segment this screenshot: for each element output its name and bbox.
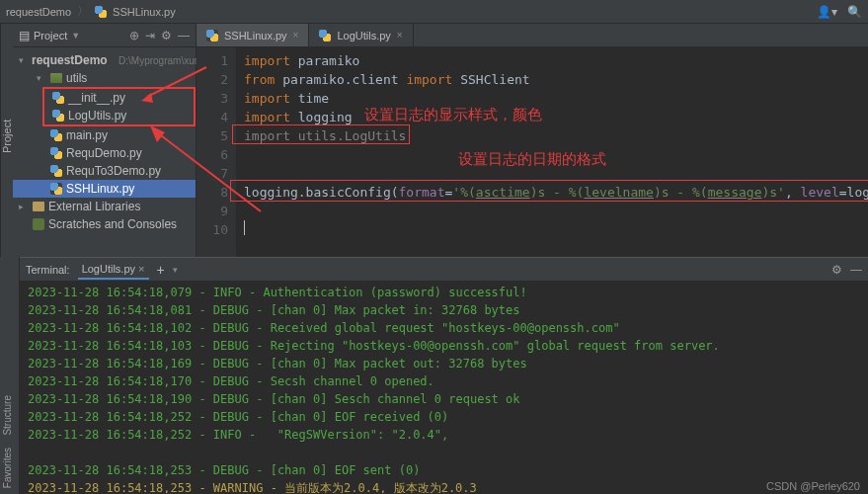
- project-sidebar: ▤ Project ▼ ⊕ ⇥ ⚙ — ▾requestDemo D:\Mypr…: [13, 24, 197, 257]
- terminal-line: 2023-11-28 16:54:18,190 - DEBUG - [chan …: [28, 390, 860, 408]
- settings-icon[interactable]: ⚙: [161, 29, 172, 42]
- structure-tool-tab[interactable]: Structure: [0, 389, 19, 442]
- terminal-line: 2023-11-28 16:54:18,169 - DEBUG - [chan …: [28, 355, 860, 372]
- terminal-tab-logutils[interactable]: LogUtils.py ×: [78, 260, 149, 280]
- code-area[interactable]: 12345678910 import paramiko from paramik…: [197, 47, 868, 257]
- breadcrumb-file[interactable]: SSHLinux.py: [113, 6, 176, 18]
- breadcrumb-sep: 〉: [77, 3, 89, 20]
- gutter: 12345678910: [197, 47, 236, 257]
- terminal-line: 2023-11-28 16:54:18,103 - DEBUG - Reject…: [28, 337, 860, 355]
- terminal-line: 2023-11-28 16:54:18,253 - DEBUG - [chan …: [28, 461, 860, 479]
- close-icon[interactable]: ×: [138, 263, 144, 275]
- terminal-line: 2023-11-28 16:54:18,253 - WARNING - 当前版本…: [28, 479, 860, 493]
- tree-root[interactable]: ▾requestDemo D:\Myprogram\xunj: [13, 51, 196, 69]
- hide-icon[interactable]: —: [178, 29, 190, 42]
- terminal-line: [28, 444, 860, 461]
- python-file-icon: [319, 30, 331, 41]
- tree-file-main[interactable]: main.py: [13, 126, 196, 144]
- tree-file-sshlinux[interactable]: SSHLinux.py: [13, 180, 196, 198]
- terminal-settings-icon[interactable]: ⚙: [831, 263, 842, 277]
- terminal-tabs: Terminal: LogUtils.py × + ▾ ⚙ —: [20, 258, 868, 282]
- terminal-line: 2023-11-28 16:54:18,081 - DEBUG - [chan …: [28, 301, 860, 319]
- tree-folder-utils[interactable]: ▾utils: [13, 69, 196, 87]
- user-icon[interactable]: 👤▾: [817, 5, 837, 19]
- terminal-label: Terminal:: [26, 264, 70, 276]
- python-file-icon: [50, 165, 62, 177]
- python-file-icon: [52, 92, 64, 104]
- python-file-icon: [95, 6, 107, 18]
- titlebar: requestDemo 〉 SSHLinux.py 👤▾ 🔍: [0, 0, 868, 24]
- tree-external-libs[interactable]: ▸External Libraries: [13, 198, 196, 215]
- python-file-icon: [52, 110, 64, 122]
- chevron-down-icon[interactable]: ▾: [173, 265, 178, 275]
- terminal-line: 2023-11-28 16:54:18,252 - INFO - "RegSWV…: [28, 426, 860, 444]
- terminal-line: 2023-11-28 16:54:18,102 - DEBUG - Receiv…: [28, 319, 860, 337]
- watermark: CSDN @Perley620: [766, 480, 860, 492]
- terminal-output[interactable]: 2023-11-28 16:54:18,079 - INFO - Authent…: [20, 282, 868, 493]
- tree-file-init[interactable]: __init__.py: [46, 89, 192, 107]
- project-tool-tab[interactable]: Project: [0, 24, 13, 257]
- library-icon: [33, 202, 44, 211]
- left-tool-tabs: Structure Favorites: [0, 257, 20, 494]
- close-icon[interactable]: ×: [397, 30, 403, 41]
- tab-sshlinux[interactable]: SSHLinux.py×: [197, 24, 309, 46]
- terminal-line: 2023-11-28 16:54:18,252 - DEBUG - [chan …: [28, 408, 860, 426]
- terminal-hide-icon[interactable]: —: [850, 263, 862, 277]
- close-icon[interactable]: ×: [293, 30, 299, 41]
- terminal-line: 2023-11-28 16:54:18,079 - INFO - Authent…: [28, 284, 860, 301]
- search-icon[interactable]: 🔍: [847, 5, 862, 19]
- new-terminal-button[interactable]: +: [157, 262, 165, 278]
- favorites-tool-tab[interactable]: Favorites: [0, 442, 19, 494]
- sidebar-title: Project: [34, 30, 67, 41]
- python-file-icon: [50, 147, 62, 159]
- folder-icon: ▤: [19, 29, 30, 42]
- tree-scratches[interactable]: Scratches and Consoles: [13, 215, 196, 233]
- terminal-line: 2023-11-28 16:54:18,170 - DEBUG - Secsh …: [28, 372, 860, 390]
- select-open-file-icon[interactable]: ⊕: [129, 29, 139, 42]
- collapse-icon[interactable]: ⇥: [145, 29, 155, 42]
- terminal-panel: Terminal: LogUtils.py × + ▾ ⚙ — 2023-11-…: [20, 257, 868, 493]
- python-file-icon: [50, 129, 62, 141]
- editor: SSHLinux.py× LogUtils.py× 12345678910 im…: [197, 24, 868, 257]
- project-tree: ▾requestDemo D:\Myprogram\xunj ▾utils __…: [13, 47, 196, 237]
- folder-icon: [50, 73, 62, 83]
- tree-file-requdemo[interactable]: RequDemo.py: [13, 144, 196, 162]
- tree-file-requto3[interactable]: RequTo3Demo.py: [13, 162, 196, 180]
- python-file-icon: [50, 183, 62, 195]
- sidebar-header: ▤ Project ▼ ⊕ ⇥ ⚙ —: [13, 24, 196, 47]
- tree-file-logutils[interactable]: LogUtils.py: [46, 107, 192, 124]
- python-file-icon: [206, 30, 218, 41]
- scratch-icon: [33, 218, 44, 230]
- editor-tabs: SSHLinux.py× LogUtils.py×: [197, 24, 868, 47]
- breadcrumb-project[interactable]: requestDemo: [6, 6, 71, 18]
- code-content[interactable]: import paramiko from paramiko.client imp…: [236, 47, 868, 257]
- chevron-down-icon[interactable]: ▼: [71, 31, 80, 41]
- tab-logutils[interactable]: LogUtils.py×: [309, 24, 413, 46]
